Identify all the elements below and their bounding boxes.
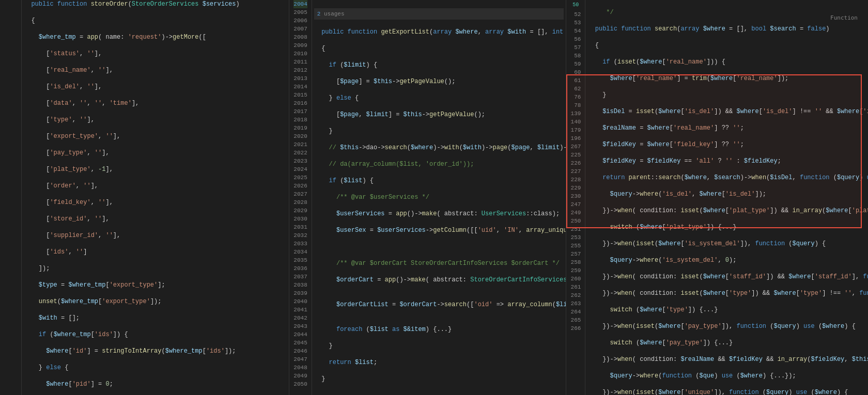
right-pane: 50 525354565758 59606162 7678 139140179 … (566, 0, 868, 395)
right-line-numbers: 50 525354565758 59606162 7678 139140179 … (566, 0, 585, 395)
middle-line-numbers: 2004 2005200620072008 2009201020112012 2… (289, 0, 312, 395)
right-code: */ public function search(array $where =… (585, 0, 868, 395)
left-pane: public function storeOrder(StoreOrderSer… (0, 0, 289, 395)
function-label: Function (830, 14, 858, 21)
left-code: public function storeOrder(StoreOrderSer… (22, 0, 289, 395)
middle-code: 2 usages public function getExportList(a… (312, 0, 566, 395)
left-line-numbers (0, 0, 22, 395)
usages-badge: 2 usages (314, 8, 564, 20)
middle-pane: 2004 2005200620072008 2009201020112012 2… (289, 0, 566, 395)
editor-container: public function storeOrder(StoreOrderSer… (0, 0, 868, 395)
